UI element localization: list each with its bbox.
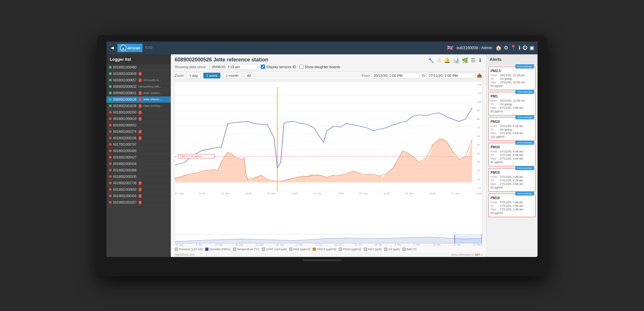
zoom-all-button[interactable]: All <box>244 73 254 78</box>
sidebar-item-6089002000632[interactable]: 6089002000632 Interparking refe... <box>106 84 171 90</box>
date-from-range[interactable] <box>372 73 420 78</box>
sidebar-item-label: 6019001000456 <box>113 194 136 198</box>
time-27nov: 27. Nov <box>451 192 460 195</box>
alert-max-1: 27/11/20, 10:28 om <box>500 81 525 84</box>
sidebar-item-6018002000489[interactable]: 6018002000489 <box>106 148 171 154</box>
chart-icon[interactable]: 📊 <box>453 57 459 63</box>
wrench-icon[interactable]: 🔧 <box>428 57 434 63</box>
nav-nov27: 27. Nov <box>474 243 481 246</box>
zoom-1day-button[interactable]: 1 day <box>186 73 201 78</box>
acknowledge-button-5[interactable]: Acknowledge <box>515 166 534 170</box>
show-daughter-checkbox[interactable] <box>299 65 303 69</box>
bell-icon[interactable]: 🔔 <box>444 57 450 63</box>
legend-color-humidity <box>205 248 208 251</box>
alert-from-row-1: From 26/11/20, 12:28 pm <box>491 74 533 77</box>
sidebar-item-6018001000350[interactable]: 6018001000350 ! <box>106 109 171 116</box>
acknowledge-button-4[interactable]: Acknowledge <box>515 141 534 145</box>
export-icon[interactable]: 📤 <box>477 73 482 78</box>
logo: a airscan <box>117 44 143 52</box>
legend-color-pm10 <box>339 248 342 251</box>
nav-oct4: 4. Oct <box>297 243 303 246</box>
sidebar-item-6018001000374[interactable]: 6018001000374 ! <box>106 129 171 135</box>
sidebar-item-6018001000619[interactable]: 6018001000619 ! <box>106 116 171 122</box>
display-sensors-checkbox-label[interactable]: Display sensors ID <box>261 65 296 69</box>
home-icon[interactable]: 🏠 <box>495 45 502 51</box>
user-label: eu03160008 - Admin <box>456 46 492 50</box>
date-from-input[interactable] <box>209 64 258 70</box>
sidebar-item-6089002000601[interactable]: 6089002000601 ! Jette Outdoo... <box>106 90 171 96</box>
alert-to-row-1: To On going <box>491 77 533 80</box>
status-dot-red <box>109 169 112 171</box>
sidebar-item-6018001000848[interactable]: 6018001000848 ! <box>106 71 171 77</box>
nav-oct22: 22. Oct <box>355 243 362 246</box>
legend-label-no2: NO2 (ppb) <box>368 248 382 251</box>
back-button[interactable]: ◄ <box>110 45 115 51</box>
acknowledge-button-3[interactable]: Acknowledge <box>515 115 534 119</box>
sidebar-item-6019001000692[interactable]: 6019001000692 ! <box>106 187 171 193</box>
alert-badge: ! <box>139 117 141 121</box>
sidebar-item-label: 6018001000848 <box>113 72 136 76</box>
acknowledge-button-2[interactable]: Acknowledge <box>515 90 534 94</box>
sidebar-item-6019001001057[interactable]: 6019001001057 ! <box>106 199 171 206</box>
display-sensors-checkbox[interactable] <box>261 65 265 69</box>
time-1200-7: 12:00 <box>475 192 482 195</box>
status-dot-red <box>109 182 112 184</box>
list-icon[interactable]: ☰ <box>471 57 475 63</box>
sidebar-item-6018002000335[interactable]: 6018002000335 <box>106 174 171 180</box>
date-to-range[interactable] <box>427 73 475 78</box>
navigator-chart <box>175 234 482 243</box>
alert-max-value-5: 55 μg/m3 <box>491 186 503 189</box>
alert-from-4: 27/11/20, 4:48 am <box>500 150 523 153</box>
status-dot-red <box>109 130 112 133</box>
acknowledge-button-1[interactable]: Acknowledge <box>515 64 534 69</box>
alert-max-value-1: 92 μg/m3 <box>491 84 503 87</box>
sidebar-item-6018002000434[interactable]: 6018002000434 <box>106 161 171 167</box>
alert-to-row-2: To On going <box>491 103 533 106</box>
version-label: 5.0.0 <box>145 46 152 50</box>
navigator: 29. Aug 4. Sep 10. Sep 16. Sep 22. Sep 2… <box>175 234 482 246</box>
alert-from-row-6: From 27/11/20, 2:48 am <box>491 201 533 204</box>
sidebar-item-6018002001738[interactable]: 6018002001738 ! <box>106 180 171 187</box>
alert-card-pm10-1: Acknowledge PM10 From 27/11/20, 5:18 am … <box>488 117 536 141</box>
power-icon[interactable]: ⏻ <box>522 45 528 51</box>
sidebar-item-6018001000480[interactable]: 6018001000480 <box>106 64 171 71</box>
nav-nov21: 21. Nov <box>453 243 461 246</box>
alert-pollutant-pm10-2: PM10 <box>491 145 533 149</box>
alert-from-6: 27/11/20, 2:48 am <box>500 201 523 204</box>
info-icon[interactable]: ℹ <box>519 45 520 51</box>
acknowledge-button-6[interactable]: Acknowledge <box>515 191 534 196</box>
legend-o3: O3 (ppb) <box>384 248 400 251</box>
sidebar-item-6089002000526[interactable]: 6089002000526 ! Jette referen... <box>106 96 171 103</box>
alert-max-5: 27/11/20, 3:58 am <box>500 182 523 186</box>
show-daughter-checkbox-label[interactable]: Show daughter boards <box>299 65 340 69</box>
sidebar-item-6018002000427[interactable]: 6018002000427 <box>106 154 171 161</box>
alert-icon[interactable]: ⚠ <box>437 57 441 63</box>
sidebar-item-6017001000797[interactable]: 6017001000797 <box>106 142 171 148</box>
flag-icon: 🇬🇧 <box>447 45 453 51</box>
status-dot-red <box>109 117 112 120</box>
settings-icon[interactable]: ⚙ <box>504 45 508 51</box>
alert-card-pm10-4: Acknowledge PM10 From 27/11/20, 2:48 am … <box>488 194 536 217</box>
zoom-1month-button[interactable]: 1 month <box>223 73 242 78</box>
sidebar-item-name: Open worksp... <box>143 104 163 107</box>
zoom-1week-button[interactable]: 1 week <box>203 73 220 78</box>
leaf-icon[interactable]: 🌿 <box>462 57 468 63</box>
sidebar-item-6018002000052[interactable]: 6018002000052 <box>106 122 171 129</box>
alert-card-pm10-3: Acknowledge PM10 From 27/11/20, 3:38 am … <box>488 168 536 192</box>
location-icon[interactable]: 📍 <box>510 45 517 51</box>
sidebar-item-6019001000456[interactable]: 6019001000456 ! <box>106 193 171 199</box>
nav-nov9: 9. Nov <box>414 243 420 246</box>
status-dot-red <box>109 195 112 197</box>
alert-from-row-2: From 25/11/20, 12:28 om <box>491 99 533 102</box>
alert-max-val-6: 53 μg/m3 <box>491 211 533 215</box>
download-icon[interactable]: ⬇ <box>478 57 482 63</box>
y-label-30: 30 <box>477 160 481 163</box>
legend-label-o3: O3 (ppb) <box>388 248 400 251</box>
sidebar: Logger list 6018001000480 6018001000848 … <box>106 54 171 257</box>
grid-icon[interactable]: ▣ <box>529 45 534 51</box>
sidebar-item-6018002000106[interactable]: 6018002000106 ! <box>106 135 171 142</box>
sidebar-item-6018002000366[interactable]: 6018002000366 <box>106 167 171 174</box>
showing-label: Showing data since: <box>175 65 206 69</box>
sidebar-item-6018002001639[interactable]: 6018002001639 ! Open worksp... <box>106 103 171 109</box>
sidebar-item-6018001000657[interactable]: 6018001000657 ! Atmosafe te... <box>106 77 171 84</box>
